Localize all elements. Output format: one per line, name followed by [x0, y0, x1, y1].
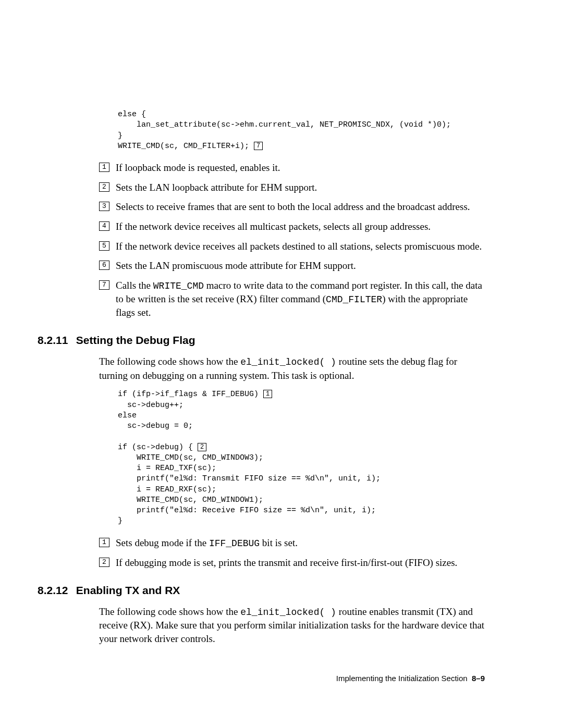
text-fragment: Calls the [116, 280, 153, 291]
section-number: 8.2.11 [38, 333, 73, 348]
section-paragraph: The following code shows how the el_init… [78, 605, 485, 646]
callout-text: Selects to receive frames that are sent … [116, 200, 485, 214]
callout-text: If the network device receives all packe… [116, 240, 485, 253]
callout-text: Sets the LAN promiscuous mode attribute … [116, 259, 485, 273]
code-block-filter: else { lan_set_attribute(sc->ehm.current… [78, 109, 485, 152]
code-line: if (sc->debug) { [99, 443, 198, 452]
section-paragraph: The following code shows how the el_init… [78, 355, 485, 382]
callout-number-5: 5 [99, 241, 109, 251]
code-line: i = READ_RXF(sc); [99, 485, 216, 494]
page-footer: Implementing the Initialization Section … [78, 673, 485, 684]
code-line: WRITE_CMD(sc, CMD_WINDOW3); [99, 453, 263, 462]
text-fragment: The following code shows how the [99, 606, 240, 617]
inline-code: el_init_locked( ) [240, 607, 336, 618]
callout-item: 5 If the network device receives all pac… [99, 240, 485, 253]
callout-item: 1 Sets debug mode if the IFF_DEBUG bit i… [99, 536, 485, 550]
code-line: else { [99, 110, 146, 119]
footer-title: Implementing the Initialization Section [336, 674, 468, 683]
callout-marker-1: 1 [263, 390, 272, 398]
callout-item: 6 Sets the LAN promiscuous mode attribut… [99, 259, 485, 273]
code-line: printf("el%d: Transmit FIFO size == %d\n… [99, 474, 381, 483]
callout-text: If debugging mode is set, prints the tra… [116, 556, 485, 570]
section-heading-8-2-12: 8.2.12 Enabling TX and RX [38, 583, 485, 598]
text-fragment: bit is set. [260, 537, 298, 548]
inline-code: CMD_FILTER [326, 294, 382, 305]
code-line: lan_set_attribute(sc->ehm.current_val, N… [99, 120, 451, 129]
section-title: Enabling TX and RX [76, 584, 180, 596]
callout-number-2: 2 [99, 558, 109, 567]
code-line: if (ifp->if_flags & IFF_DEBUG) [99, 390, 263, 399]
code-line: } [99, 131, 123, 140]
callout-item: 4 If the network device receives all mul… [99, 220, 485, 233]
callout-item: 1 If loopback mode is requested, enables… [99, 161, 485, 175]
callout-item: 7 Calls the WRITE_CMD macro to write dat… [99, 279, 485, 319]
callout-number-7: 7 [99, 280, 109, 290]
inline-code: el_init_locked( ) [240, 357, 336, 367]
callout-item: 3 Selects to receive frames that are sen… [99, 200, 485, 214]
callout-item: 2 If debugging mode is set, prints the t… [99, 556, 485, 570]
callout-number-6: 6 [99, 261, 109, 270]
code-line: sc->debug = 0; [99, 422, 193, 430]
section-title: Setting the Debug Flag [76, 334, 195, 346]
callout-number-4: 4 [99, 221, 109, 231]
callout-number-1: 1 [99, 163, 109, 172]
code-line: printf("el%d: Receive FIFO size == %d\n"… [99, 506, 376, 515]
code-line: sc->debug++; [99, 401, 183, 410]
page-number: 8–9 [472, 674, 485, 683]
inline-code: WRITE_CMD [153, 281, 204, 291]
callout-list-debug: 1 Sets debug mode if the IFF_DEBUG bit i… [78, 536, 485, 570]
callout-number-3: 3 [99, 202, 109, 211]
code-line: WRITE_CMD(sc, CMD_WINDOW1); [99, 496, 263, 504]
callout-number-2: 2 [99, 182, 109, 192]
callout-text: Sets debug mode if the IFF_DEBUG bit is … [116, 536, 485, 550]
callout-text: Sets the LAN loopback attribute for EHM … [116, 181, 485, 194]
section-number: 8.2.12 [38, 583, 73, 598]
callout-text: Calls the WRITE_CMD macro to write data … [116, 279, 485, 319]
text-fragment: The following code shows how the [99, 356, 240, 367]
inline-code: IFF_DEBUG [209, 538, 260, 549]
callout-text: If the network device receives all multi… [116, 220, 485, 233]
callout-list-filter: 1 If loopback mode is requested, enables… [78, 161, 485, 319]
document-page: else { lan_set_attribute(sc->ehm.current… [0, 0, 563, 715]
code-line: WRITE_CMD(sc, CMD_FILTER+i); [99, 142, 254, 151]
callout-number-1: 1 [99, 538, 109, 547]
callout-item: 2 Sets the LAN loopback attribute for EH… [99, 181, 485, 194]
code-line: } [99, 516, 123, 525]
code-line: else [99, 411, 137, 420]
section-heading-8-2-11: 8.2.11 Setting the Debug Flag [38, 333, 485, 348]
text-fragment: Sets debug mode if the [116, 537, 209, 548]
callout-marker-7: 7 [254, 142, 263, 150]
code-line: i = READ_TXF(sc); [99, 464, 216, 473]
callout-text: If loopback mode is requested, enables i… [116, 161, 485, 175]
code-block-debug: if (ifp->if_flags & IFF_DEBUG) 1 sc->deb… [78, 389, 485, 526]
callout-marker-2: 2 [198, 443, 206, 451]
